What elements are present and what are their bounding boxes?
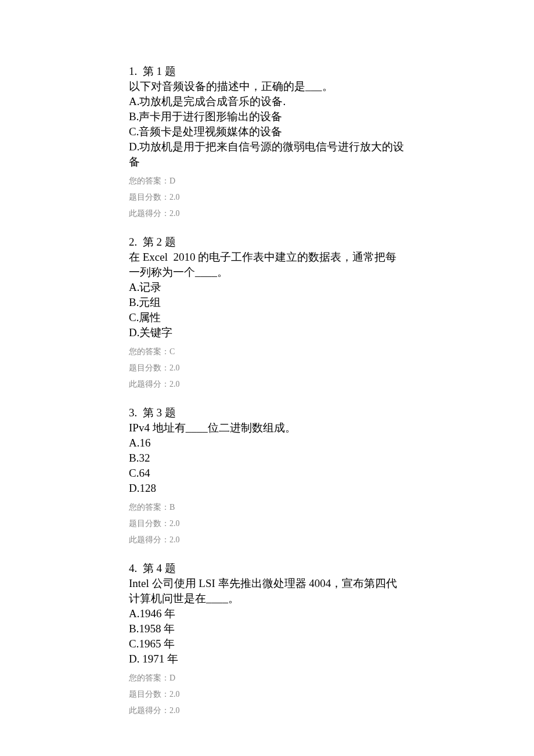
document-page: 1. 第 1 题 以下对音频设备的描述中，正确的是___。 A.功放机是完成合成… — [0, 0, 534, 756]
question-option: C.音频卡是处理视频媒体的设备 — [129, 124, 406, 139]
question-stem: Intel 公司使用 LSI 率先推出微处理器 4004，宣布第四代计算机问世是… — [129, 576, 406, 606]
your-answer-line: 您的答案：D — [129, 671, 406, 685]
max-score-line: 题目分数：2.0 — [129, 361, 406, 375]
question-stem: 在 Excel 2010 的电子工作表中建立的数据表，通常把每一列称为一个___… — [129, 250, 406, 280]
question-option: B.声卡用于进行图形输出的设备 — [129, 109, 406, 124]
your-answer-line: 您的答案：D — [129, 174, 406, 188]
question-option: A.功放机是完成合成音乐的设备. — [129, 94, 406, 109]
question-header: 1. 第 1 题 — [129, 64, 406, 79]
question-option: D.功放机是用于把来自信号源的微弱电信号进行放大的设备 — [129, 139, 406, 170]
question-option: D.关键字 — [129, 325, 406, 340]
question-block: 3. 第 3 题 IPv4 地址有____位二进制数组成。 A.16 B.32 … — [129, 405, 406, 547]
your-answer-line: 您的答案：C — [129, 345, 406, 359]
question-option: B.32 — [129, 451, 406, 466]
max-score-line: 题目分数：2.0 — [129, 687, 406, 701]
question-option: B.元组 — [129, 295, 406, 310]
question-block: 1. 第 1 题 以下对音频设备的描述中，正确的是___。 A.功放机是完成合成… — [129, 64, 406, 221]
question-header: 4. 第 4 题 — [129, 561, 406, 576]
question-option: D. 1971 年 — [129, 651, 406, 667]
got-score-line: 此题得分：2.0 — [129, 377, 406, 391]
question-stem: 以下对音频设备的描述中，正确的是___。 — [129, 79, 406, 94]
your-answer-line: 您的答案：B — [129, 501, 406, 514]
question-option: B.1958 年 — [129, 621, 406, 636]
max-score-line: 题目分数：2.0 — [129, 190, 406, 204]
question-block: 4. 第 4 题 Intel 公司使用 LSI 率先推出微处理器 4004，宣布… — [129, 561, 406, 718]
got-score-line: 此题得分：2.0 — [129, 533, 406, 547]
question-option: D.128 — [129, 481, 406, 496]
question-option: A.记录 — [129, 280, 406, 295]
question-option: A.1946 年 — [129, 606, 406, 621]
question-option: A.16 — [129, 435, 406, 451]
question-stem: IPv4 地址有____位二进制数组成。 — [129, 420, 406, 435]
max-score-line: 题目分数：2.0 — [129, 517, 406, 531]
got-score-line: 此题得分：2.0 — [129, 704, 406, 718]
got-score-line: 此题得分：2.0 — [129, 207, 406, 221]
question-header: 3. 第 3 题 — [129, 405, 406, 420]
question-block: 2. 第 2 题 在 Excel 2010 的电子工作表中建立的数据表，通常把每… — [129, 235, 406, 391]
question-option: C.属性 — [129, 310, 406, 325]
question-option: C.64 — [129, 466, 406, 481]
question-header: 2. 第 2 题 — [129, 235, 406, 250]
question-option: C.1965 年 — [129, 636, 406, 651]
